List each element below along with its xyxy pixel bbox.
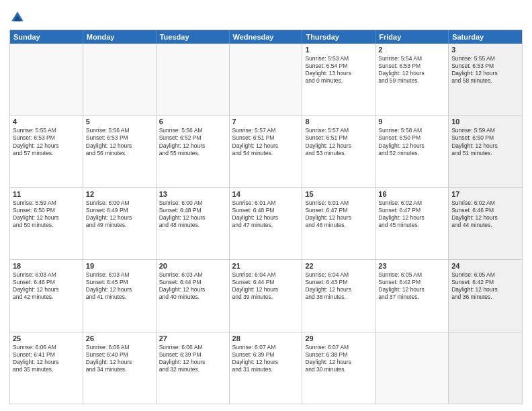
cell-line: and 36 minutes.	[451, 293, 519, 301]
cell-line: Daylight: 12 hours	[232, 142, 300, 150]
cell-line: Sunrise: 5:56 AM	[159, 127, 226, 134]
cell-line: Sunrise: 6:02 AM	[378, 199, 445, 207]
cell-line: Sunrise: 5:57 AM	[305, 127, 372, 134]
cell-line: Daylight: 12 hours	[378, 286, 445, 293]
day-number: 18	[13, 262, 80, 270]
cell-line: Daylight: 12 hours	[86, 142, 153, 150]
day-cell-16: 16Sunrise: 6:02 AMSunset: 6:47 PMDayligh…	[375, 188, 449, 259]
cell-line: Sunset: 6:46 PM	[13, 279, 80, 286]
day-cell-4: 4Sunrise: 5:55 AMSunset: 6:53 PMDaylight…	[10, 116, 83, 187]
cell-line: Sunset: 6:53 PM	[451, 62, 519, 70]
header-day-friday: Friday	[375, 30, 449, 44]
cell-line: Sunset: 6:53 PM	[86, 134, 153, 142]
calendar-body: 1Sunrise: 5:53 AMSunset: 6:54 PMDaylight…	[10, 44, 522, 404]
day-number: 14	[232, 190, 300, 198]
day-number: 7	[232, 118, 300, 126]
day-cell-7: 7Sunrise: 5:57 AMSunset: 6:51 PMDaylight…	[230, 116, 303, 187]
cell-line: Sunset: 6:41 PM	[13, 351, 80, 359]
cell-line: Sunrise: 6:07 AM	[305, 344, 372, 351]
header	[9, 7, 523, 26]
cell-line: Daylight: 12 hours	[232, 286, 300, 293]
day-number: 13	[159, 190, 226, 198]
cell-line: and 48 minutes.	[159, 222, 226, 229]
day-cell-3: 3Sunrise: 5:55 AMSunset: 6:53 PMDaylight…	[449, 44, 522, 115]
cell-line: Sunrise: 5:54 AM	[378, 55, 445, 62]
cell-line: Sunrise: 5:59 AM	[13, 199, 80, 207]
day-cell-17: 17Sunrise: 6:02 AMSunset: 6:46 PMDayligh…	[449, 188, 522, 259]
cell-line: Sunset: 6:50 PM	[13, 207, 80, 214]
cell-line: Sunset: 6:38 PM	[305, 351, 372, 359]
cell-line: Daylight: 12 hours	[451, 214, 519, 222]
cell-line: and 32 minutes.	[159, 366, 226, 373]
day-cell-26: 26Sunrise: 6:06 AMSunset: 6:40 PMDayligh…	[83, 332, 157, 404]
day-number: 4	[13, 118, 80, 126]
cell-line: and 53 minutes.	[305, 150, 372, 157]
cell-line: Sunrise: 6:06 AM	[86, 344, 153, 351]
cell-line: and 41 minutes.	[86, 293, 153, 301]
cell-line: Daylight: 12 hours	[378, 214, 445, 222]
calendar-row-3: 18Sunrise: 6:03 AMSunset: 6:46 PMDayligh…	[10, 260, 522, 332]
cell-line: Sunrise: 5:59 AM	[451, 127, 519, 134]
cell-line: Sunrise: 6:05 AM	[378, 271, 445, 279]
day-number: 6	[159, 118, 226, 126]
cell-line: Sunset: 6:53 PM	[378, 62, 445, 70]
day-number: 5	[86, 118, 153, 126]
cell-line: Daylight: 12 hours	[13, 142, 80, 150]
cell-line: Daylight: 12 hours	[305, 214, 372, 222]
day-cell-12: 12Sunrise: 6:00 AMSunset: 6:49 PMDayligh…	[83, 188, 157, 259]
day-number: 27	[159, 334, 226, 342]
cell-line: Sunrise: 6:06 AM	[159, 344, 226, 351]
day-cell-1: 1Sunrise: 5:53 AMSunset: 6:54 PMDaylight…	[302, 44, 375, 115]
day-cell-11: 11Sunrise: 5:59 AMSunset: 6:50 PMDayligh…	[10, 188, 83, 259]
day-number: 22	[305, 262, 372, 270]
cell-line: and 0 minutes.	[305, 77, 372, 85]
cell-line: and 55 minutes.	[159, 150, 226, 157]
page: SundayMondayTuesdayWednesdayThursdayFrid…	[0, 0, 532, 411]
logo-icon	[9, 9, 26, 26]
day-number: 11	[13, 190, 80, 198]
logo	[9, 9, 28, 26]
cell-line: Sunset: 6:50 PM	[378, 134, 445, 142]
day-cell-15: 15Sunrise: 6:01 AMSunset: 6:47 PMDayligh…	[302, 188, 375, 259]
cell-line: Daylight: 12 hours	[305, 359, 372, 366]
day-cell-14: 14Sunrise: 6:01 AMSunset: 6:48 PMDayligh…	[230, 188, 303, 259]
empty-cell-0-0	[10, 44, 83, 115]
day-cell-6: 6Sunrise: 5:56 AMSunset: 6:52 PMDaylight…	[157, 116, 230, 187]
day-cell-23: 23Sunrise: 6:05 AMSunset: 6:42 PMDayligh…	[375, 260, 449, 331]
cell-line: and 38 minutes.	[305, 293, 372, 301]
day-cell-28: 28Sunrise: 6:07 AMSunset: 6:39 PMDayligh…	[230, 332, 303, 404]
day-number: 23	[378, 262, 445, 270]
cell-line: Sunset: 6:44 PM	[232, 279, 300, 286]
day-number: 17	[451, 190, 519, 198]
cell-line: Daylight: 12 hours	[159, 214, 226, 222]
day-cell-9: 9Sunrise: 5:58 AMSunset: 6:50 PMDaylight…	[375, 116, 449, 187]
empty-cell-4-5	[375, 332, 449, 404]
cell-line: and 51 minutes.	[451, 150, 519, 157]
cell-line: and 30 minutes.	[305, 366, 372, 373]
cell-line: Sunrise: 6:06 AM	[13, 344, 80, 351]
cell-line: and 39 minutes.	[232, 293, 300, 301]
cell-line: and 46 minutes.	[305, 222, 372, 229]
day-number: 8	[305, 118, 372, 126]
cell-line: and 44 minutes.	[451, 222, 519, 229]
cell-line: Sunrise: 6:05 AM	[451, 271, 519, 279]
calendar-row-4: 25Sunrise: 6:06 AMSunset: 6:41 PMDayligh…	[10, 332, 522, 404]
cell-line: Daylight: 12 hours	[159, 359, 226, 366]
cell-line: Sunset: 6:51 PM	[232, 134, 300, 142]
cell-line: and 40 minutes.	[159, 293, 226, 301]
cell-line: Sunset: 6:52 PM	[159, 134, 226, 142]
cell-line: Sunrise: 6:04 AM	[305, 271, 372, 279]
cell-line: and 34 minutes.	[86, 366, 153, 373]
cell-line: and 58 minutes.	[451, 77, 519, 85]
cell-line: Sunset: 6:39 PM	[232, 351, 300, 359]
day-number: 2	[378, 46, 445, 54]
day-cell-24: 24Sunrise: 6:05 AMSunset: 6:42 PMDayligh…	[449, 260, 522, 331]
empty-cell-0-3	[230, 44, 303, 115]
cell-line: Daylight: 12 hours	[86, 214, 153, 222]
day-cell-22: 22Sunrise: 6:04 AMSunset: 6:43 PMDayligh…	[302, 260, 375, 331]
day-number: 29	[305, 334, 372, 342]
cell-line: Sunrise: 5:58 AM	[378, 127, 445, 134]
day-cell-8: 8Sunrise: 5:57 AMSunset: 6:51 PMDaylight…	[302, 116, 375, 187]
day-cell-13: 13Sunrise: 6:00 AMSunset: 6:48 PMDayligh…	[157, 188, 230, 259]
cell-line: Daylight: 12 hours	[86, 359, 153, 366]
